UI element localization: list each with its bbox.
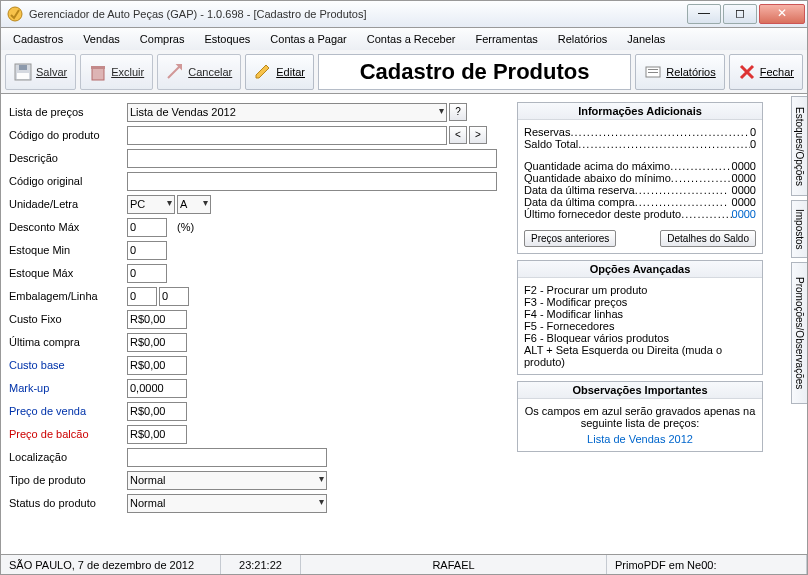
detalhes-saldo-button[interactable]: Detalhes do Saldo (660, 230, 756, 247)
obs-text: Os campos em azul serão gravados apenas … (524, 405, 756, 429)
custo-base-input[interactable] (127, 356, 187, 375)
precos-anteriores-button[interactable]: Preços anteriores (524, 230, 616, 247)
vtab-impostos[interactable]: Impostos (791, 200, 807, 258)
menu-cadastros[interactable]: Cadastros (3, 28, 73, 50)
menubar: Cadastros Vendas Compras Estoques Contas… (0, 28, 808, 50)
prev-button[interactable]: < (449, 126, 467, 144)
menu-ferramentas[interactable]: Ferramentas (465, 28, 547, 50)
unidade-select[interactable] (127, 195, 175, 214)
label-custo-fixo: Custo Fixo (9, 313, 127, 325)
label-desconto: Desconto Máx (9, 221, 127, 233)
descricao-input[interactable] (127, 149, 497, 168)
info-panel: Informações Adicionais Reservas.........… (517, 102, 763, 254)
codigo-input[interactable] (127, 126, 447, 145)
svg-rect-7 (648, 69, 658, 70)
svg-rect-4 (92, 68, 104, 80)
status-local-date: SÃO PAULO, 7 de dezembro de 2012 (1, 555, 221, 574)
info-line: Quantidade abaixo do mínimo.............… (524, 172, 756, 184)
svg-rect-8 (648, 72, 658, 73)
form-area: Lista de preços ? Código do produto < > … (9, 102, 509, 513)
label-localizacao: Localização (9, 451, 127, 463)
relatorios-button[interactable]: Relatórios (635, 54, 725, 90)
vtab-estoques[interactable]: Estoques/Opções (791, 96, 807, 196)
lista-select[interactable] (127, 103, 447, 122)
label-codigo: Código do produto (9, 129, 127, 141)
status-select[interactable] (127, 494, 327, 513)
fechar-label: Fechar (760, 66, 794, 78)
salvar-label: Salvar (36, 66, 67, 78)
status-printer: PrimoPDF em Ne00: (607, 555, 807, 574)
custo-fixo-input[interactable] (127, 310, 187, 329)
label-est-max: Estoque Máx (9, 267, 127, 279)
embalagem1-input[interactable] (127, 287, 157, 306)
label-lista: Lista de preços (9, 106, 127, 118)
info-line: Saldo Total.............................… (524, 138, 756, 150)
menu-janelas[interactable]: Janelas (617, 28, 675, 50)
adv-item: F4 - Modificar linhas (524, 308, 756, 320)
menu-contas-receber[interactable]: Contas a Receber (357, 28, 466, 50)
app-icon (7, 6, 23, 22)
salvar-button[interactable]: Salvar (5, 54, 76, 90)
vtab-promocoes[interactable]: Promoções/Observações (791, 262, 807, 404)
tipo-select[interactable] (127, 471, 327, 490)
window-close-button[interactable]: ✕ (759, 4, 805, 24)
fechar-button[interactable]: Fechar (729, 54, 803, 90)
ult-compra-input[interactable] (127, 333, 187, 352)
preco-venda-input[interactable] (127, 402, 187, 421)
menu-vendas[interactable]: Vendas (73, 28, 130, 50)
status-user: RAFAEL (301, 555, 607, 574)
info-line: Data da última reserva..................… (524, 184, 756, 196)
excluir-label: Excluir (111, 66, 144, 78)
vertical-tabs: Estoques/Opções Impostos Promoções/Obser… (785, 94, 807, 554)
adv-item: ALT + Seta Esquerda ou Direita (muda o p… (524, 344, 756, 368)
window-maximize-button[interactable]: ◻ (723, 4, 757, 24)
menu-estoques[interactable]: Estoques (194, 28, 260, 50)
desconto-input[interactable] (127, 218, 167, 237)
label-embalagem: Embalagem/Linha (9, 290, 127, 302)
advanced-panel: Opções Avançadas F2 - Procurar um produt… (517, 260, 763, 375)
status-bar: SÃO PAULO, 7 de dezembro de 2012 23:21:2… (0, 555, 808, 575)
obs-panel: Observações Importantes Os campos em azu… (517, 381, 763, 452)
label-ult-compra: Última compra (9, 336, 127, 348)
info-line: Data da última compra...................… (524, 196, 756, 208)
menu-relatorios[interactable]: Relatórios (548, 28, 618, 50)
localizacao-input[interactable] (127, 448, 327, 467)
adv-item: F3 - Modificar preços (524, 296, 756, 308)
label-preco-venda: Preço de venda (9, 405, 127, 417)
cancelar-label: Cancelar (188, 66, 232, 78)
preco-balcao-input[interactable] (127, 425, 187, 444)
desconto-suffix: (%) (177, 221, 194, 233)
svg-rect-3 (19, 65, 27, 70)
est-max-input[interactable] (127, 264, 167, 283)
obs-panel-title: Observações Importantes (518, 382, 762, 399)
menu-contas-pagar[interactable]: Contas a Pagar (260, 28, 356, 50)
toolbar: Salvar Excluir Cancelar Editar Cadastro … (0, 50, 808, 94)
info-line: Reservas................................… (524, 126, 756, 138)
window-title: Gerenciador de Auto Peças (GAP) - 1.0.69… (29, 8, 687, 20)
info-line: Quantidade acima do máximo..............… (524, 160, 756, 172)
cancelar-button[interactable]: Cancelar (157, 54, 241, 90)
svg-rect-2 (17, 73, 29, 79)
markup-input[interactable] (127, 379, 187, 398)
next-button[interactable]: > (469, 126, 487, 144)
delete-icon (89, 63, 107, 81)
letra-select[interactable] (177, 195, 211, 214)
close-icon (738, 63, 756, 81)
label-status: Status do produto (9, 497, 127, 509)
label-unidade: Unidade/Letra (9, 198, 127, 210)
excluir-button[interactable]: Excluir (80, 54, 153, 90)
obs-link[interactable]: Lista de Vendas 2012 (524, 433, 756, 445)
advanced-panel-title: Opções Avançadas (518, 261, 762, 278)
cod-original-input[interactable] (127, 172, 497, 191)
est-min-input[interactable] (127, 241, 167, 260)
window-minimize-button[interactable]: — (687, 4, 721, 24)
svg-point-0 (8, 7, 22, 21)
report-icon (644, 63, 662, 81)
editar-label: Editar (276, 66, 305, 78)
label-markup: Mark-up (9, 382, 127, 394)
editar-button[interactable]: Editar (245, 54, 314, 90)
label-custo-base: Custo base (9, 359, 127, 371)
menu-compras[interactable]: Compras (130, 28, 195, 50)
embalagem2-input[interactable] (159, 287, 189, 306)
help-button[interactable]: ? (449, 103, 467, 121)
